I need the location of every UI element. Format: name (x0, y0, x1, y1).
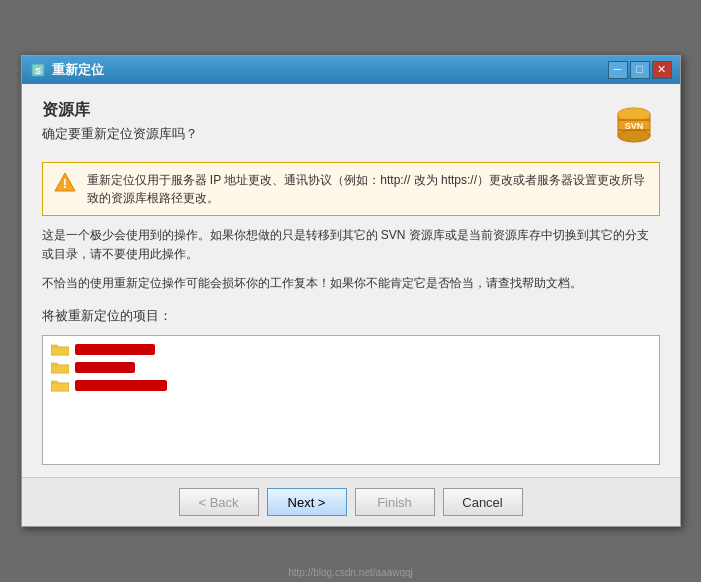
info-text-2: 不恰当的使用重新定位操作可能会损坏你的工作复本！如果你不能肯定它是否恰当，请查找… (42, 274, 660, 293)
warning-icon: ! (53, 171, 77, 200)
list-item (51, 360, 651, 374)
list-item (51, 342, 651, 356)
svg-text:S: S (34, 66, 40, 76)
content-area: 资源库 确定要重新定位资源库吗？ SVN (22, 84, 680, 478)
items-list (42, 335, 660, 465)
section-title: 资源库 (42, 100, 608, 121)
svg-point-5 (618, 108, 650, 120)
main-window: S 重新定位 ─ □ ✕ 资源库 确定要重新定位资源库吗？ (21, 55, 681, 528)
window-title: 重新定位 (52, 61, 104, 79)
maximize-button[interactable]: □ (630, 61, 650, 79)
svg-rect-11 (51, 347, 69, 355)
cancel-button[interactable]: Cancel (443, 488, 523, 516)
watermark: http://blog.csdn.net/aaawqqj (288, 567, 413, 578)
next-button[interactable]: Next > (267, 488, 347, 516)
window-icon: S (30, 62, 46, 78)
folder-icon-2 (51, 360, 69, 374)
svn-icon: SVN (608, 100, 660, 152)
minimize-button[interactable]: ─ (608, 61, 628, 79)
subtitle: 确定要重新定位资源库吗？ (42, 125, 608, 143)
title-bar: S 重新定位 ─ □ ✕ (22, 56, 680, 84)
svg-text:SVN: SVN (624, 121, 643, 131)
close-button[interactable]: ✕ (652, 61, 672, 79)
svg-rect-13 (51, 383, 69, 391)
finish-button[interactable]: Finish (355, 488, 435, 516)
folder-icon-1 (51, 342, 69, 356)
list-item (51, 378, 651, 392)
back-button[interactable]: < Back (179, 488, 259, 516)
folder-icon-3 (51, 378, 69, 392)
svg-point-4 (618, 130, 650, 142)
footer: < Back Next > Finish Cancel (22, 477, 680, 526)
header-section: 资源库 确定要重新定位资源库吗？ SVN (42, 100, 660, 152)
svg-rect-12 (51, 365, 69, 373)
list-label: 将被重新定位的项目： (42, 307, 660, 325)
warning-box: ! 重新定位仅用于服务器 IP 地址更改、通讯协议（例如：http:// 改为 … (42, 162, 660, 216)
info-text-1: 这是一个极少会使用到的操作。如果你想做的只是转移到其它的 SVN 资源库或是当前… (42, 226, 660, 264)
svg-text:!: ! (62, 176, 66, 191)
warning-text: 重新定位仅用于服务器 IP 地址更改、通讯协议（例如：http:// 改为 ht… (87, 171, 649, 207)
